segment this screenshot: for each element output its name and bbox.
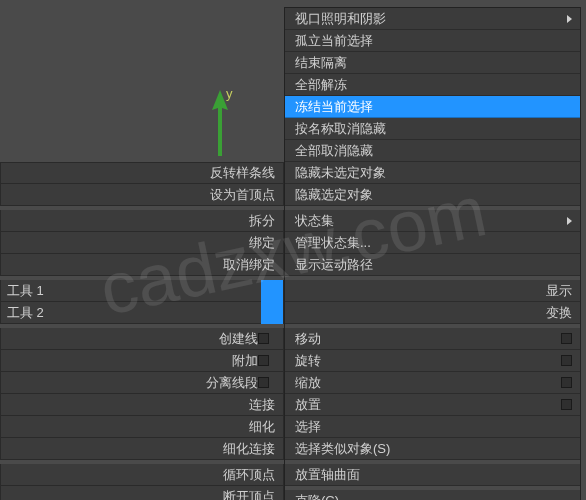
menu-item[interactable]: 隐藏未选定对象 xyxy=(285,162,580,184)
cmd-reverse-spline[interactable]: 反转样条线 xyxy=(0,162,284,184)
cmd-split[interactable]: 拆分 xyxy=(0,210,284,232)
cmd-refine[interactable]: 细化 xyxy=(0,416,284,438)
menu-item[interactable]: 全部取消隐藏 xyxy=(285,140,580,162)
menu-item[interactable]: 放置轴曲面 xyxy=(285,464,580,486)
checkbox[interactable] xyxy=(258,355,269,366)
cmd-unbind[interactable]: 取消绑定 xyxy=(0,254,284,276)
menu-item[interactable]: 孤立当前选择 xyxy=(285,30,580,52)
menu-item[interactable]: 冻结当前选择 xyxy=(285,96,580,118)
menu-item[interactable]: 克隆(C) xyxy=(285,490,580,500)
left-panel: 反转样条线 设为首顶点 拆分 绑定 取消绑定 工具 1 工具 2 创建线 附加 … xyxy=(0,162,284,500)
checkbox[interactable] xyxy=(561,355,572,366)
menu-item[interactable]: 全部解冻 xyxy=(285,74,580,96)
menu-item[interactable]: 管理状态集... xyxy=(285,232,580,254)
cmd-loop-vertex[interactable]: 循环顶点 xyxy=(0,464,284,486)
cmd-refine-connect[interactable]: 细化连接 xyxy=(0,438,284,460)
menu-item[interactable]: 选择 xyxy=(285,416,580,438)
checkbox[interactable] xyxy=(561,377,572,388)
cmd-connect[interactable]: 连接 xyxy=(0,394,284,416)
checkbox[interactable] xyxy=(258,333,269,344)
menu-item[interactable]: 视口照明和阴影 xyxy=(285,8,580,30)
menu-item[interactable]: 显示运动路径 xyxy=(285,254,580,276)
menu-item[interactable]: 移动 xyxy=(285,328,580,350)
checkbox[interactable] xyxy=(561,399,572,410)
cmd-detach-segment[interactable]: 分离线段 xyxy=(0,372,284,394)
menu-item[interactable]: 选择类似对象(S) xyxy=(285,438,580,460)
menu-item[interactable]: 旋转 xyxy=(285,350,580,372)
menu-item[interactable]: 状态集 xyxy=(285,210,580,232)
tool-slot-2[interactable]: 工具 2 xyxy=(0,302,284,324)
cmd-bind[interactable]: 绑定 xyxy=(0,232,284,254)
context-menu: 视口照明和阴影孤立当前选择结束隔离全部解冻冻结当前选择按名称取消隐藏全部取消隐藏… xyxy=(284,7,581,500)
checkbox[interactable] xyxy=(561,333,572,344)
cmd-break-vertex[interactable]: 断开顶点 xyxy=(0,486,284,500)
checkbox[interactable] xyxy=(258,377,269,388)
menu-item[interactable]: 结束隔离 xyxy=(285,52,580,74)
menu-header-transform: 变换 xyxy=(285,302,580,324)
menu-item[interactable]: 放置 xyxy=(285,394,580,416)
y-axis-gizmo: y xyxy=(210,90,230,160)
menu-item[interactable]: 隐藏选定对象 xyxy=(285,184,580,206)
tool-2-swatch xyxy=(261,302,283,324)
menu-header-display: 显示 xyxy=(285,280,580,302)
cmd-create-line[interactable]: 创建线 xyxy=(0,328,284,350)
axis-label: y xyxy=(226,86,233,101)
tool-1-swatch xyxy=(261,280,283,302)
menu-item[interactable]: 缩放 xyxy=(285,372,580,394)
menu-item[interactable]: 按名称取消隐藏 xyxy=(285,118,580,140)
cmd-make-first-vertex[interactable]: 设为首顶点 xyxy=(0,184,284,206)
tool-slot-1[interactable]: 工具 1 xyxy=(0,280,284,302)
cmd-attach[interactable]: 附加 xyxy=(0,350,284,372)
